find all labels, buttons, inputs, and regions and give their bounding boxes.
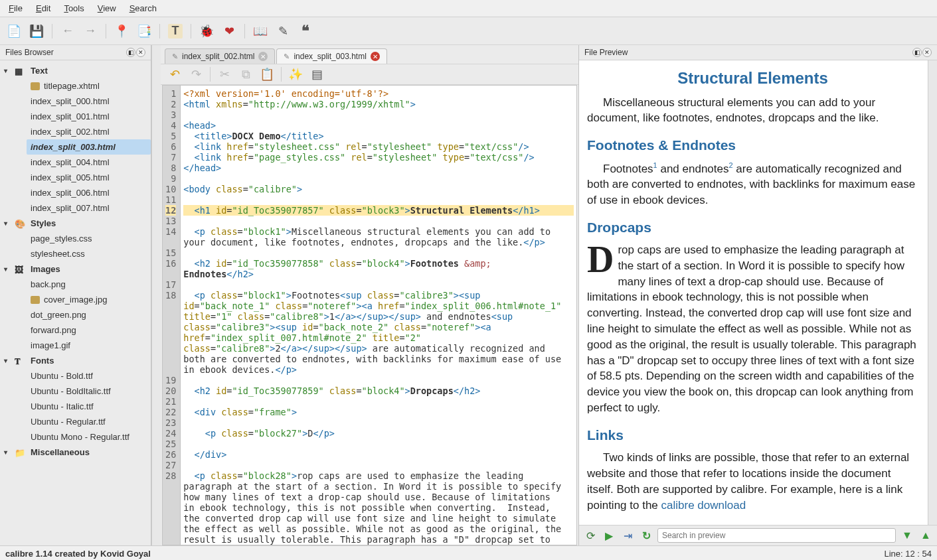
- file-Ubuntu-Mono---Regular-ttf[interactable]: Ubuntu Mono - Regular.ttf: [27, 429, 151, 445]
- chevron-down-icon: ▾: [4, 449, 11, 456]
- tree-group-miscellaneous[interactable]: ▾📁Miscellaneous: [0, 445, 151, 460]
- chevron-down-icon: ▾: [4, 357, 11, 364]
- chevron-down-icon: ▾: [4, 265, 11, 273]
- menu-search[interactable]: Search: [123, 1, 163, 15]
- file-index-split-001-html[interactable]: index_split_001.html: [27, 109, 151, 124]
- file-Ubuntu---Italic-ttf[interactable]: Ubuntu - Italic.ttf: [27, 399, 151, 414]
- preview-header: File Preview ◧ ✕: [579, 45, 937, 60]
- book-icon[interactable]: 📖: [253, 24, 268, 38]
- file-preview-panel: File Preview ◧ ✕ Structural Elements Mis…: [578, 45, 937, 545]
- quote-icon[interactable]: ❝: [298, 24, 313, 38]
- preview-float-icon[interactable]: ◧: [912, 48, 922, 57]
- panel-float-icon[interactable]: ◧: [126, 48, 135, 57]
- status-left: calibre 1.14 created by Kovid Goyal: [5, 549, 151, 559]
- paste-icon[interactable]: 📋: [260, 67, 274, 82]
- chevron-down-icon: ▾: [4, 67, 11, 74]
- file-dot-green-png[interactable]: dot_green.png: [27, 307, 151, 322]
- preview-footer: ⟳ ▶ ⇥ ↻ ▼ ▲: [579, 525, 937, 545]
- play-icon[interactable]: ▶: [602, 528, 616, 543]
- tree-group-fonts[interactable]: ▾𝐓Fonts: [0, 353, 151, 368]
- refresh-icon[interactable]: ⟳: [583, 528, 598, 543]
- toc-icon[interactable]: 📑: [137, 24, 151, 38]
- preview-close-icon[interactable]: ✕: [922, 48, 932, 57]
- file-Ubuntu---BoldItalic-ttf[interactable]: Ubuntu - BoldItalic.ttf: [27, 384, 151, 399]
- copy-icon[interactable]: ⧉: [238, 67, 253, 82]
- files-browser-title: Files Browser: [5, 48, 54, 57]
- back-icon[interactable]: ←: [60, 24, 75, 38]
- calibre-download-link[interactable]: calibre download: [661, 499, 746, 512]
- insert-icon[interactable]: ▤: [309, 67, 324, 82]
- preview-content[interactable]: Structural Elements Miscellaneous struct…: [579, 60, 928, 525]
- redo-icon[interactable]: ↷: [189, 67, 203, 82]
- files-tree: ▾▦Texttitlepage.xhtmlindex_split_000.htm…: [0, 60, 151, 545]
- file-index-split-004-html[interactable]: index_split_004.html: [27, 155, 151, 170]
- undo-icon[interactable]: ↶: [167, 67, 182, 82]
- sidebar-scrollbar[interactable]: [151, 45, 161, 545]
- main-toolbar: 📄 💾 ← → 📍 📑 T 🐞 ❤ 📖 ✎ ❝: [0, 17, 937, 45]
- heart-icon[interactable]: ❤: [222, 24, 236, 38]
- file-Ubuntu---Bold-ttf[interactable]: Ubuntu - Bold.ttf: [27, 368, 151, 384]
- text-icon[interactable]: T: [168, 24, 183, 38]
- search-prev-icon[interactable]: ▲: [918, 528, 933, 543]
- preview-h1: Structural Elements: [587, 67, 918, 90]
- tab-bar: ✎index_split_002.html✕✎index_split_003.h…: [161, 45, 578, 64]
- file-cover-image-jpg[interactable]: cover_image.jpg: [27, 292, 151, 307]
- misc-icon: 📁: [15, 448, 27, 457]
- tree-group-images[interactable]: ▾🖼Images: [0, 261, 151, 277]
- styles-icon: 🎨: [15, 219, 27, 228]
- menu-view[interactable]: View: [91, 1, 123, 15]
- dropcap: D: [587, 242, 618, 274]
- editor-area: ✎index_split_002.html✕✎index_split_003.h…: [161, 45, 578, 545]
- preview-title: File Preview: [584, 48, 628, 57]
- file-index-split-000-html[interactable]: index_split_000.html: [27, 94, 151, 109]
- preview-h2-dropcaps: Dropcaps: [587, 218, 918, 237]
- menubar: FileEditToolsViewSearch: [0, 0, 937, 17]
- file-titlepage-xhtml[interactable]: titlepage.xhtml: [27, 78, 151, 94]
- file-page-styles-css[interactable]: page_styles.css: [27, 231, 151, 246]
- split-icon[interactable]: ⇥: [620, 528, 635, 543]
- pencil-icon: ✎: [284, 52, 290, 61]
- tab-index-split-002-html[interactable]: ✎index_split_002.html✕: [165, 48, 275, 64]
- file-image1-gif[interactable]: image1.gif: [27, 338, 151, 353]
- chevron-down-icon: ▾: [4, 220, 11, 227]
- panel-close-icon[interactable]: ✕: [136, 48, 145, 57]
- forward-icon[interactable]: →: [83, 24, 98, 38]
- code-content[interactable]: <?xml version='1.0' encoding='utf-8'?><h…: [181, 86, 576, 545]
- preview-footnotes-para: Footnotes1 and endnotes2 are automatical…: [587, 161, 918, 208]
- cut-icon[interactable]: ✂: [217, 67, 232, 82]
- tree-group-text[interactable]: ▾▦Text: [0, 63, 151, 78]
- status-line-col: Line: 12 : 54: [884, 549, 932, 559]
- save-icon[interactable]: 💾: [29, 24, 44, 38]
- file-Ubuntu---Regular-ttf[interactable]: Ubuntu - Regular.ttf: [27, 414, 151, 429]
- preview-dropcaps-para: Drop caps are used to emphasize the lead…: [587, 242, 918, 416]
- reload-icon[interactable]: ↻: [639, 528, 653, 543]
- bug-icon[interactable]: 🐞: [199, 24, 214, 38]
- tab-index-split-003-html[interactable]: ✎index_split_003.html✕: [276, 48, 386, 64]
- tab-close-icon[interactable]: ✕: [371, 52, 380, 61]
- new-file-icon[interactable]: 📄: [7, 24, 21, 38]
- wand-icon[interactable]: ✎: [276, 24, 290, 38]
- preview-scrollbar[interactable]: [928, 60, 937, 525]
- file-index-split-003-html[interactable]: index_split_003.html: [27, 139, 151, 155]
- file-stylesheet-css[interactable]: stylesheet.css: [27, 246, 151, 261]
- file-index-split-005-html[interactable]: index_split_005.html: [27, 170, 151, 185]
- menu-tools[interactable]: Tools: [57, 1, 90, 15]
- search-next-icon[interactable]: ▼: [900, 528, 914, 543]
- preview-search-input[interactable]: [657, 528, 896, 543]
- editor-toolbar: ↶ ↷ ✂ ⧉ 📋 ✨ ▤: [161, 64, 578, 85]
- images-icon: 🖼: [15, 265, 27, 274]
- tab-close-icon[interactable]: ✕: [258, 52, 268, 61]
- file-index-split-006-html[interactable]: index_split_006.html: [27, 185, 151, 200]
- tree-group-styles[interactable]: ▾🎨Styles: [0, 216, 151, 231]
- file-index-split-007-html[interactable]: index_split_007.html: [27, 200, 151, 216]
- beautify-icon[interactable]: ✨: [288, 67, 303, 82]
- status-bar: calibre 1.14 created by Kovid Goyal Line…: [0, 545, 937, 560]
- preview-h2-footnotes: Footnotes & Endnotes: [587, 135, 918, 155]
- menu-file[interactable]: File: [2, 1, 29, 15]
- file-index-split-002-html[interactable]: index_split_002.html: [27, 124, 151, 139]
- menu-edit[interactable]: Edit: [29, 1, 57, 15]
- code-editor[interactable]: 1234567891011121314151617181920212223242…: [162, 85, 577, 545]
- pin-icon[interactable]: 📍: [114, 24, 129, 38]
- file-back-png[interactable]: back.png: [27, 277, 151, 292]
- file-forward-png[interactable]: forward.png: [27, 322, 151, 338]
